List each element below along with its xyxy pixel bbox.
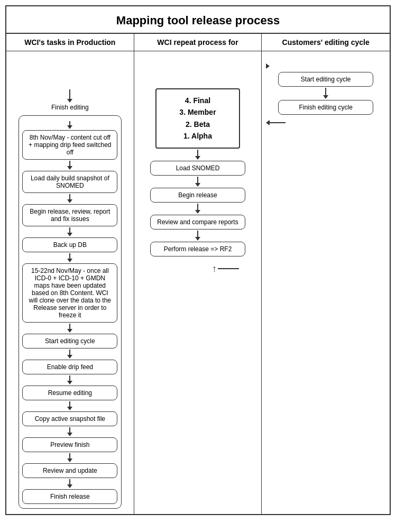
col1-box10: Preview finish bbox=[22, 437, 117, 452]
loop-back-line bbox=[218, 268, 239, 269]
left-loop-container: 8th Nov/May - content cut off + mapping … bbox=[19, 115, 122, 509]
arrow-col2-1 bbox=[195, 150, 200, 160]
col1-box1: 8th Nov/May - content cut off + mapping … bbox=[22, 130, 117, 160]
col2-large-box: 4. Final 3. Member 2. Beta 1. Alpha bbox=[155, 88, 240, 149]
arrow4 bbox=[67, 227, 72, 236]
col3-box2: Finish editing cycle bbox=[278, 100, 373, 115]
col2-box3: Review and compare reports bbox=[150, 215, 245, 230]
columns-header: WCI's tasks in Production WCI repeat pro… bbox=[6, 34, 390, 51]
arrow10 bbox=[67, 427, 72, 436]
arrow1 bbox=[67, 121, 72, 129]
arrow-col2-2 bbox=[195, 177, 200, 187]
arrow9 bbox=[67, 401, 72, 410]
col2-box2: Begin release bbox=[150, 188, 245, 203]
col1-box12: Finish release bbox=[22, 489, 117, 504]
arrow-col2-3 bbox=[195, 204, 200, 214]
col1-box2: Load daily build snapshot of SNOMED bbox=[22, 171, 117, 193]
col3-content: Start editing cycle Finish editing cycle bbox=[266, 57, 385, 125]
arrow-col2-4 bbox=[195, 231, 200, 241]
arrow7 bbox=[67, 350, 72, 359]
col3-header: Customers' editing cycle bbox=[262, 34, 390, 51]
col1-box6: Start editing cycle bbox=[22, 334, 117, 348]
columns-body: Finish editing 8th Nov/May - content cut… bbox=[6, 51, 390, 514]
return-arrowhead bbox=[266, 120, 270, 125]
diagram-container: Mapping tool release process WCI's tasks… bbox=[5, 5, 391, 515]
finish-editing-label: Finish editing bbox=[51, 104, 89, 111]
arrow2 bbox=[67, 161, 72, 170]
return-arrow bbox=[266, 120, 286, 125]
entry-arrowhead bbox=[266, 63, 270, 69]
loop-back-indicator: ↑ bbox=[155, 264, 240, 273]
arrow3 bbox=[67, 194, 72, 203]
col1-box3: Begin release, review, report and fix is… bbox=[22, 204, 117, 226]
return-line bbox=[270, 122, 286, 123]
col2-body: 4. Final 3. Member 2. Beta 1. Alpha Load… bbox=[134, 51, 262, 514]
col1-header: WCI's tasks in Production bbox=[6, 34, 134, 51]
arrow-col3-1 bbox=[323, 88, 328, 99]
col1-box5: 15-22nd Nov/May - once all ICD-0 + ICD-1… bbox=[22, 263, 117, 323]
col1-box11: Review and update bbox=[22, 463, 117, 478]
col3-box1: Start editing cycle bbox=[278, 72, 373, 87]
col2-box1: Load SNOMED bbox=[150, 161, 245, 176]
col1-box8: Resume editing bbox=[22, 386, 117, 400]
col1-body: Finish editing 8th Nov/May - content cut… bbox=[6, 51, 134, 514]
col3-body: Start editing cycle Finish editing cycle bbox=[262, 51, 390, 514]
arrow5 bbox=[67, 253, 72, 262]
col1-box4: Back up DB bbox=[22, 237, 117, 252]
arrow8 bbox=[67, 375, 72, 384]
col1-box7: Enable drip feed bbox=[22, 360, 117, 374]
arrow6 bbox=[67, 324, 72, 333]
col1-box9: Copy active snapshot file bbox=[22, 411, 117, 426]
arrow12 bbox=[67, 479, 72, 488]
col2-box4: Perform release => RF2 bbox=[150, 242, 245, 256]
entry-arrow bbox=[266, 63, 270, 69]
diagram-title: Mapping tool release process bbox=[6, 6, 390, 34]
arrow-head bbox=[67, 99, 72, 103]
arrow-to-finish-editing bbox=[67, 89, 72, 103]
arrow-line bbox=[69, 89, 70, 99]
col2-header: WCI repeat process for bbox=[134, 34, 262, 51]
arrow11 bbox=[67, 453, 72, 462]
loop-back-arrow: ↑ bbox=[212, 264, 217, 273]
